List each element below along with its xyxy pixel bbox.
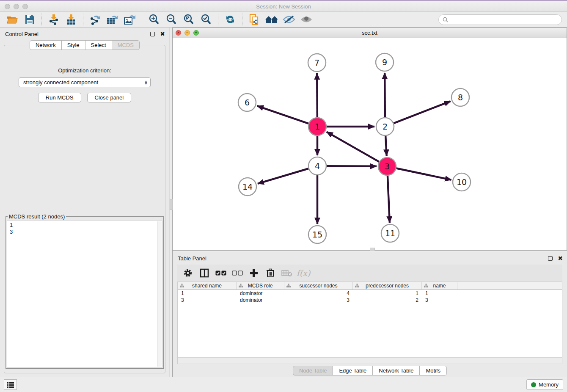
node-3[interactable]: 3 xyxy=(378,157,396,175)
column-header-successor-nodes[interactable]: successor nodes xyxy=(284,282,353,290)
edge-1-to-6[interactable] xyxy=(257,106,309,124)
table-row[interactable]: 1dominator411 xyxy=(178,290,562,297)
eye-icon[interactable] xyxy=(299,13,314,26)
eye-slash-icon[interactable] xyxy=(282,13,296,26)
edge-4-to-14[interactable] xyxy=(258,168,308,184)
import-table-icon[interactable] xyxy=(64,13,78,26)
tab-network[interactable]: Network xyxy=(30,40,62,50)
node-15[interactable]: 15 xyxy=(308,226,326,243)
node-1[interactable]: 1 xyxy=(308,118,326,135)
network-close-button[interactable]: × xyxy=(176,30,181,36)
search-input[interactable] xyxy=(450,17,558,23)
table-tab-motifs[interactable]: Motifs xyxy=(419,366,447,375)
tab-style[interactable]: Style xyxy=(61,40,85,50)
node-11[interactable]: 11 xyxy=(381,224,399,242)
export-image-icon[interactable] xyxy=(123,13,137,26)
column-header-mcds-role[interactable]: MCDS role xyxy=(237,282,284,290)
network-minimize-button[interactable]: − xyxy=(184,30,190,36)
maximize-window-button[interactable] xyxy=(22,4,28,9)
column-header-name[interactable]: name xyxy=(422,282,457,290)
export-table-icon[interactable] xyxy=(105,13,120,26)
criterion-value: strongly connected component xyxy=(23,79,144,86)
edge-2-to-3[interactable] xyxy=(385,136,387,156)
criterion-select[interactable]: strongly connected component ▲▼ xyxy=(19,77,151,87)
table-body: 1dominator4113dominator323 xyxy=(178,290,562,357)
splitter-grip[interactable] xyxy=(170,199,173,210)
table-cell[interactable]: 3 xyxy=(284,297,353,304)
network-maximize-button[interactable]: + xyxy=(193,30,199,36)
node-10[interactable]: 10 xyxy=(453,173,471,191)
column-header-shared-name[interactable]: shared name xyxy=(178,282,237,290)
edge-4-to-3[interactable] xyxy=(327,166,377,166)
vertical-splitter[interactable] xyxy=(169,28,173,377)
node-4[interactable]: 4 xyxy=(308,157,326,175)
memory-button[interactable]: Memory xyxy=(526,379,563,390)
node-14[interactable]: 14 xyxy=(239,178,256,196)
node-2[interactable]: 2 xyxy=(376,118,394,135)
trash-icon[interactable] xyxy=(264,267,277,279)
save-floppy-icon[interactable] xyxy=(22,13,37,26)
float-panel-icon[interactable] xyxy=(150,32,155,36)
close-window-button[interactable] xyxy=(5,4,10,9)
export-network-icon[interactable] xyxy=(88,13,102,26)
table-tab-network-table[interactable]: Network Table xyxy=(372,366,420,375)
table-tab-node-table[interactable]: Node Table xyxy=(293,366,333,375)
task-history-button[interactable] xyxy=(4,379,17,390)
gear-icon[interactable] xyxy=(182,267,194,279)
network-canvas[interactable]: 7968124314101511 xyxy=(173,38,567,250)
table-float-panel-icon[interactable] xyxy=(548,256,553,261)
run-mcds-button[interactable]: Run MCDS xyxy=(38,93,81,102)
add-row-icon[interactable] xyxy=(248,267,260,279)
open-folder-icon[interactable] xyxy=(5,13,19,26)
edge-2-to-8[interactable] xyxy=(394,101,451,123)
zoom-in-icon[interactable] xyxy=(147,13,161,26)
node-9[interactable]: 9 xyxy=(376,53,394,71)
edge-1-to-7[interactable] xyxy=(317,73,317,117)
refresh-icon[interactable] xyxy=(223,13,237,26)
table-cell[interactable]: 3 xyxy=(422,297,457,304)
result-scrollbar[interactable] xyxy=(157,221,162,367)
table-cell-filler xyxy=(457,297,562,304)
split-columns-icon[interactable] xyxy=(198,267,211,279)
tab-select[interactable]: Select xyxy=(85,40,112,50)
duplicate-document-icon[interactable] xyxy=(247,13,261,26)
table-cell[interactable]: 4 xyxy=(284,290,353,297)
checked-checkboxes-icon[interactable] xyxy=(215,267,227,279)
close-panel-icon[interactable]: ✖ xyxy=(160,31,165,37)
table-panel-title: Table Panel xyxy=(178,255,548,262)
zoom-fit-icon[interactable] xyxy=(182,13,196,26)
table-horizontal-scrollbar[interactable] xyxy=(178,357,562,364)
node-8[interactable]: 8 xyxy=(451,88,469,106)
search-field[interactable] xyxy=(438,14,562,25)
canvas-splitter-grip[interactable] xyxy=(370,248,375,251)
edge-3-to-1[interactable] xyxy=(327,132,379,162)
delete-table-icon[interactable] xyxy=(281,267,293,279)
mcds-result-list[interactable]: 13 xyxy=(7,221,162,367)
edge-3-to-11[interactable] xyxy=(388,176,390,223)
minimize-window-button[interactable] xyxy=(14,4,19,9)
homes-icon[interactable] xyxy=(264,13,279,26)
table-cell[interactable]: 1 xyxy=(178,290,237,297)
zoom-out-icon[interactable] xyxy=(164,13,179,26)
node-6[interactable]: 6 xyxy=(238,94,256,111)
table-cell[interactable]: dominator xyxy=(237,290,284,297)
close-panel-button[interactable]: Close panel xyxy=(87,93,132,102)
node-7[interactable]: 7 xyxy=(308,54,326,72)
table-close-panel-icon[interactable]: ✖ xyxy=(558,255,563,261)
table-cell[interactable]: 1 xyxy=(353,290,422,297)
table-cell[interactable]: 2 xyxy=(353,297,422,304)
table-cell[interactable]: 1 xyxy=(422,290,457,297)
zoom-selected-icon[interactable] xyxy=(199,13,213,26)
table-cell[interactable]: dominator xyxy=(237,297,284,304)
table-tab-edge-table[interactable]: Edge Table xyxy=(333,366,373,375)
function-builder-icon[interactable]: f(x) xyxy=(297,267,310,279)
status-bar: Memory xyxy=(0,377,567,392)
table-cell[interactable]: 3 xyxy=(178,297,237,304)
column-header-predecessor-nodes[interactable]: predecessor nodes xyxy=(353,282,422,290)
table-row[interactable]: 3dominator323 xyxy=(178,297,562,304)
import-network-icon[interactable] xyxy=(47,13,61,26)
edge-3-to-10[interactable] xyxy=(396,168,451,180)
tab-mcds[interactable]: MCDS xyxy=(112,40,140,50)
edge-2-to-9[interactable] xyxy=(385,73,385,117)
unchecked-checkboxes-icon[interactable] xyxy=(231,267,244,279)
